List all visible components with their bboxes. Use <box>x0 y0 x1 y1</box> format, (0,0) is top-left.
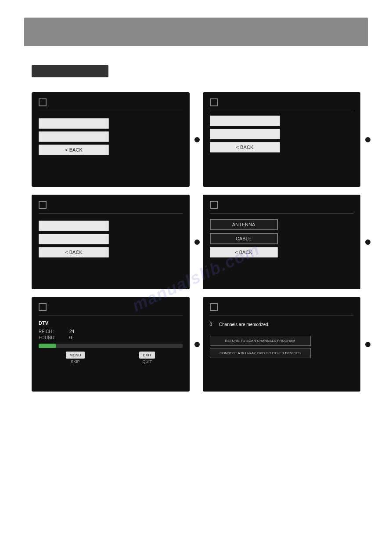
screen1-back-label: < BACK <box>65 147 82 152</box>
found-row: FOUND: 0 <box>39 335 183 340</box>
screen2-checkbox <box>210 98 218 106</box>
rfch-row: RF CH : 24 <box>39 329 183 334</box>
return-scan-btn[interactable]: RETURN TO SCAN CHANNELS PROGRAM <box>210 336 311 346</box>
ch-memorized-row: 0 Channels are memorized. <box>210 322 354 327</box>
screen3-back-btn[interactable]: < BACK <box>39 247 109 258</box>
found-label: FOUND: <box>39 335 65 340</box>
screen3-divider <box>39 213 183 214</box>
screen3-btn1[interactable] <box>39 221 109 231</box>
screen-2: < BACK <box>203 92 361 187</box>
screen4-checkbox <box>210 201 218 209</box>
screen2-back-label: < BACK <box>236 145 253 150</box>
screen-1: < BACK <box>32 92 190 187</box>
screen4-back-btn[interactable]: < BACK <box>210 247 278 258</box>
screen3-checkbox <box>39 201 47 209</box>
screen6-dot <box>364 341 372 348</box>
antenna-btn[interactable]: ANTENNA <box>210 219 278 230</box>
found-value: 0 <box>69 335 72 340</box>
cable-label: CABLE <box>236 236 252 241</box>
screen-5-scanning: DTV RF CH : 24 FOUND: 0 MENU SKIP EXIT Q… <box>32 297 190 392</box>
screen5-divider <box>39 316 183 316</box>
screen5-checkbox <box>39 303 47 311</box>
screen1-checkbox <box>39 98 47 106</box>
exit-control: EXIT QUIT <box>139 352 155 364</box>
screen2-btn2[interactable] <box>210 129 280 139</box>
skip-label: SKIP <box>66 359 85 364</box>
connect-device-btn[interactable]: CONNECT A BLU-RAY, DVD OR OTHER DEVICES <box>210 348 311 358</box>
screen2-divider <box>210 111 354 111</box>
rfch-value: 24 <box>69 329 74 334</box>
ch-count: 0 <box>210 322 212 327</box>
screen-4: ANTENNA CABLE < BACK <box>203 195 361 289</box>
screen2-back-btn[interactable]: < BACK <box>210 142 280 152</box>
rfch-label: RF CH : <box>39 329 65 334</box>
menu-btn[interactable]: MENU <box>66 352 85 359</box>
quit-label: QUIT <box>139 359 155 364</box>
screen4-back-label: < BACK <box>235 250 252 255</box>
progress-bar-fill <box>39 344 56 348</box>
screen3-btn2[interactable] <box>39 234 109 244</box>
screen2-dot <box>364 136 372 144</box>
screen1-dot <box>193 136 201 144</box>
header-bar <box>24 18 368 46</box>
screen3-back-label: < BACK <box>65 250 82 255</box>
screen4-divider <box>210 213 354 214</box>
screen1-divider <box>39 111 183 111</box>
cable-btn[interactable]: CABLE <box>210 233 278 244</box>
exit-btn[interactable]: EXIT <box>139 352 155 359</box>
menu-control: MENU SKIP <box>66 352 85 364</box>
antenna-label: ANTENNA <box>232 222 255 227</box>
screen3-dot <box>193 238 201 246</box>
screen-3: < BACK <box>32 195 190 289</box>
screen1-btn1[interactable] <box>39 118 109 129</box>
screen4-dot <box>364 238 372 246</box>
screen2-btn1[interactable] <box>210 116 280 126</box>
screen5-dot <box>193 341 201 348</box>
screen6-divider <box>210 316 354 316</box>
screen-6-result: 0 Channels are memorized. RETURN TO SCAN… <box>203 297 361 392</box>
ch-memorized-text: Channels are memorized. <box>219 322 270 327</box>
screen1-btn2[interactable] <box>39 131 109 142</box>
screen6-checkbox <box>210 303 218 311</box>
dtv-label: DTV <box>39 320 183 326</box>
progress-bar-bg <box>39 344 183 348</box>
screens-grid: < BACK < BACK < BACK <box>32 92 360 392</box>
section-label <box>32 65 108 77</box>
screen1-back-btn[interactable]: < BACK <box>39 145 109 155</box>
scan-controls: MENU SKIP EXIT QUIT <box>39 352 183 364</box>
